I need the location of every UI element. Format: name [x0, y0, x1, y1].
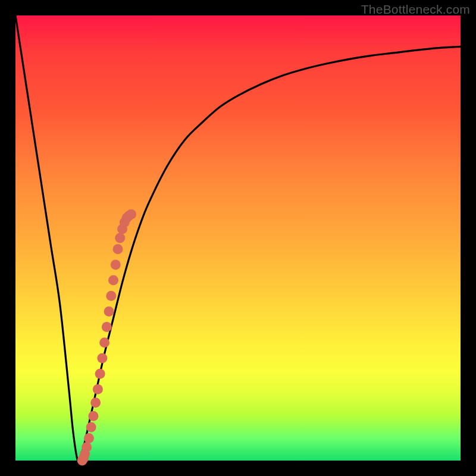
- highlight-dot: [84, 433, 94, 443]
- highlight-dot: [90, 397, 101, 408]
- highlight-dot: [102, 322, 112, 332]
- highlight-dot: [106, 291, 116, 301]
- highlight-dot: [126, 209, 136, 220]
- highlight-dot: [108, 275, 118, 286]
- highlight-dot: [82, 442, 92, 452]
- highlight-dot: [115, 233, 125, 243]
- highlight-dot: [88, 411, 98, 421]
- highlight-dot: [113, 244, 123, 254]
- highlight-dot: [97, 353, 107, 363]
- highlight-dot: [93, 384, 103, 394]
- chart-frame: TheBottleneck.com: [0, 0, 476, 476]
- highlight-dot: [95, 369, 105, 379]
- highlight-dot: [99, 337, 109, 347]
- highlight-dot: [111, 259, 121, 270]
- chart-plot-area: [15, 15, 461, 461]
- watermark-text: TheBottleneck.com: [361, 2, 470, 17]
- highlight-dot: [104, 306, 114, 317]
- highlight-dots: [77, 209, 136, 466]
- chart-svg: [15, 15, 461, 461]
- bottleneck-curve: [15, 15, 461, 461]
- highlight-dot: [86, 422, 96, 432]
